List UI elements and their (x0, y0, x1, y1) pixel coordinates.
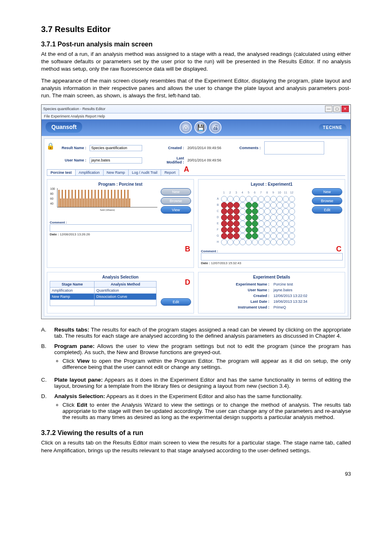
well-C11[interactable] (283, 208, 289, 214)
well-A6[interactable] (252, 196, 258, 202)
well-F11[interactable] (283, 227, 289, 233)
well-B7[interactable] (258, 202, 264, 208)
well-H3[interactable] (233, 239, 240, 245)
well-G8[interactable] (264, 233, 270, 239)
well-H9[interactable] (270, 239, 277, 245)
print-icon[interactable]: 🖨 (209, 121, 221, 134)
well-C12[interactable] (289, 208, 295, 214)
well-E12[interactable] (289, 221, 295, 227)
well-D8[interactable] (264, 214, 270, 221)
well-C2[interactable] (227, 208, 233, 214)
user-name-input[interactable] (90, 157, 142, 164)
well-C4[interactable] (240, 208, 246, 214)
analysis-selection-table[interactable]: Stage Name Analysis Method Amplification… (50, 281, 157, 306)
well-F8[interactable] (264, 227, 270, 233)
program-comment-input[interactable] (50, 224, 191, 232)
well-B6[interactable] (252, 202, 258, 208)
well-B4[interactable] (240, 202, 246, 208)
well-G9[interactable] (270, 233, 277, 239)
close-button[interactable]: ✕ (341, 106, 349, 112)
well-D7[interactable] (258, 214, 264, 221)
well-G4[interactable] (240, 233, 246, 239)
well-B10[interactable] (277, 202, 283, 208)
analysis-edit-button[interactable]: Edit (161, 298, 191, 306)
well-H12[interactable] (289, 239, 295, 245)
well-E11[interactable] (283, 221, 289, 227)
well-G5[interactable] (246, 233, 252, 239)
well-D2[interactable] (227, 214, 233, 221)
well-F12[interactable] (289, 227, 295, 233)
well-A12[interactable] (289, 196, 295, 202)
well-B5[interactable] (246, 202, 252, 208)
well-C10[interactable] (277, 208, 283, 214)
min-button[interactable]: — (325, 106, 332, 112)
well-A7[interactable] (258, 196, 264, 202)
well-B8[interactable] (264, 202, 270, 208)
well-A8[interactable] (264, 196, 270, 202)
well-E1[interactable] (221, 221, 227, 227)
well-H7[interactable] (258, 239, 264, 245)
well-E10[interactable] (277, 221, 283, 227)
well-H10[interactable] (277, 239, 283, 245)
well-G2[interactable] (227, 233, 233, 239)
well-grid[interactable]: 123456789101112ABCDEFGH (215, 190, 295, 245)
well-D11[interactable] (283, 214, 289, 221)
well-D9[interactable] (270, 214, 277, 221)
tab-porcine-test[interactable]: Porcine test (47, 169, 76, 175)
well-C7[interactable] (258, 208, 264, 214)
well-H2[interactable] (227, 239, 233, 245)
well-E3[interactable] (233, 221, 240, 227)
well-E2[interactable] (227, 221, 233, 227)
well-G7[interactable] (258, 233, 264, 239)
well-E8[interactable] (264, 221, 270, 227)
well-A5[interactable] (246, 196, 252, 202)
well-D10[interactable] (277, 214, 283, 221)
well-F10[interactable] (277, 227, 283, 233)
home-icon[interactable]: ⌂ (180, 121, 192, 134)
well-E5[interactable] (246, 221, 252, 227)
layout-comment-input[interactable] (201, 253, 343, 260)
well-F6[interactable] (252, 227, 258, 233)
well-A1[interactable] (221, 196, 227, 202)
well-C5[interactable] (246, 208, 252, 214)
well-E4[interactable] (240, 221, 246, 227)
well-B1[interactable] (221, 202, 227, 208)
result-name-input[interactable] (90, 145, 142, 151)
well-B11[interactable] (283, 202, 289, 208)
well-E6[interactable] (252, 221, 258, 227)
well-A9[interactable] (270, 196, 277, 202)
layout-new-button[interactable]: New (312, 188, 342, 196)
well-H6[interactable] (252, 239, 258, 245)
program-view-button[interactable]: View (161, 206, 191, 214)
well-G6[interactable] (252, 233, 258, 239)
well-H1[interactable] (221, 239, 227, 245)
table-row[interactable] (50, 300, 157, 306)
well-D4[interactable] (240, 214, 246, 221)
well-G11[interactable] (283, 233, 289, 239)
well-F1[interactable] (221, 227, 227, 233)
well-C8[interactable] (264, 208, 270, 214)
well-D6[interactable] (252, 214, 258, 221)
tab-log-audit[interactable]: Log / Audit Trail (128, 169, 161, 175)
well-D5[interactable] (246, 214, 252, 221)
well-E7[interactable] (258, 221, 264, 227)
well-C3[interactable] (233, 208, 240, 214)
well-A4[interactable] (240, 196, 246, 202)
well-A11[interactable] (283, 196, 289, 202)
tab-amplification[interactable]: Amplification (75, 169, 104, 175)
well-A2[interactable] (227, 196, 233, 202)
comments-input[interactable] (264, 141, 324, 154)
well-F3[interactable] (233, 227, 240, 233)
well-C9[interactable] (270, 208, 277, 214)
tab-report[interactable]: Report (161, 169, 179, 175)
well-D12[interactable] (289, 214, 295, 221)
menu-bar[interactable]: File Experiment Analysis Report Help (42, 113, 350, 120)
well-G1[interactable] (221, 233, 227, 239)
well-B2[interactable] (227, 202, 233, 208)
well-H5[interactable] (246, 239, 252, 245)
well-G10[interactable] (277, 233, 283, 239)
well-F9[interactable] (270, 227, 277, 233)
well-F2[interactable] (227, 227, 233, 233)
table-row[interactable]: New Ramp Dissociation Curve (50, 294, 157, 300)
layout-edit-button[interactable]: Edit (312, 206, 342, 214)
